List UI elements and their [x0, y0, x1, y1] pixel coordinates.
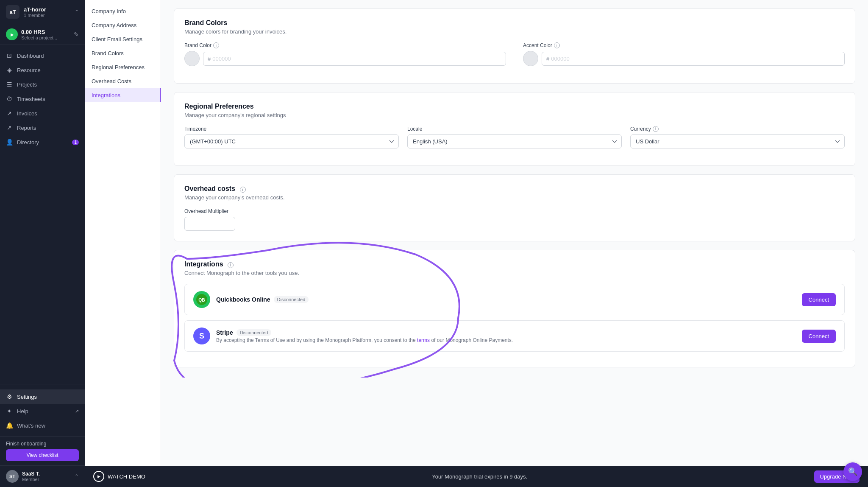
timer-project-label[interactable]: Select a project... [21, 35, 70, 40]
help-label: Help [17, 408, 28, 414]
app-logo[interactable]: aT aT-horor 1 member [6, 5, 46, 19]
currency-label: Currency i [630, 126, 845, 132]
svg-text:QB: QB [198, 298, 205, 302]
dashboard-icon: ⊡ [6, 52, 13, 59]
search-fab-icon: 🔍 [848, 467, 857, 476]
sub-nav-company-address[interactable]: Company Address [85, 18, 161, 32]
directory-badge: 1 [72, 140, 79, 145]
locale-field: Locale English (USA) English (UK) French [407, 126, 622, 148]
projects-icon: ☰ [6, 81, 13, 88]
brand-colors-desc: Manage colors for branding your invoices… [184, 28, 845, 35]
sidebar-item-whats-new[interactable]: 🔔 What's new [0, 418, 85, 433]
sidebar-item-settings[interactable]: ⚙ Settings [0, 389, 85, 404]
settings-label: Settings [17, 394, 37, 400]
hash-icon-accent: # [546, 56, 549, 62]
overhead-multiplier-input[interactable] [184, 217, 235, 231]
brand-color-label: Brand Color i [184, 42, 506, 48]
regional-preferences-section: Regional Preferences Manage your company… [174, 92, 855, 166]
sub-nav-company-info[interactable]: Company Info [85, 4, 161, 18]
finish-onboarding-label: Finish onboarding [6, 441, 79, 447]
settings-sub-nav: Company Info Company Address Client Emai… [85, 0, 161, 487]
sidebar-item-label: Timesheets [17, 96, 45, 102]
sidebar-item-reports[interactable]: ↗ Reports [0, 120, 85, 135]
timesheets-icon: ⏱ [6, 95, 13, 102]
sidebar-item-dashboard[interactable]: ⊡ Dashboard [0, 48, 85, 63]
notification-icon: 🔔 [6, 422, 13, 429]
app-name: aT-horor [24, 6, 46, 13]
accent-color-info-icon[interactable]: i [554, 42, 560, 48]
stripe-connect-button[interactable]: Connect [802, 330, 836, 343]
locale-select[interactable]: English (USA) English (UK) French [407, 134, 622, 148]
timer-info: 0.00 HRS Select a project... [21, 29, 70, 40]
overhead-info-icon[interactable]: i [240, 187, 246, 193]
sub-nav-integrations[interactable]: Integrations [85, 88, 161, 102]
stripe-desc: By accepting the Terms of Use and by usi… [216, 337, 796, 343]
integrations-info-icon[interactable]: i [228, 262, 234, 268]
regional-preferences-title: Regional Preferences [184, 103, 845, 110]
regional-form-row: Timezone (GMT+00:00) UTC ((GMT-05:00) ES… [184, 126, 845, 148]
currency-select[interactable]: US Dollar Euro British Pound [630, 134, 845, 148]
timezone-select[interactable]: (GMT+00:00) UTC ((GMT-05:00) EST (GMT-08… [184, 134, 399, 148]
brand-color-input[interactable]: # 000000 [203, 52, 506, 66]
sub-nav-client-email[interactable]: Client Email Settings [85, 32, 161, 46]
view-checklist-button[interactable]: View checklist [6, 449, 79, 461]
resource-icon: ◈ [6, 67, 13, 73]
sub-nav-brand-colors[interactable]: Brand Colors [85, 46, 161, 60]
timer-play-button[interactable] [6, 28, 18, 40]
stripe-terms-link[interactable]: terms [417, 337, 430, 343]
accent-color-field: Accent Color i # 000000 [523, 42, 845, 66]
sidebar-item-label: Directory [17, 139, 39, 146]
overhead-multiplier-label: Overhead Multiplier [184, 208, 845, 214]
brand-color-swatch[interactable] [184, 51, 200, 66]
quickbooks-info: Quickbooks Online Disconnected [216, 296, 796, 303]
accent-color-input-wrap: # 000000 [523, 51, 845, 66]
sidebar-item-invoices[interactable]: ↗ Invoices [0, 106, 85, 120]
watch-demo-play-icon: ▶ [93, 471, 104, 482]
bottom-bar: ▶ WATCH DEMO Your Monograph trial expire… [85, 466, 868, 487]
quickbooks-status: Disconnected [274, 296, 309, 303]
watch-demo-label: WATCH DEMO [108, 473, 145, 480]
currency-info-icon[interactable]: i [653, 126, 659, 132]
stripe-status: Disconnected [236, 329, 272, 336]
search-fab-button[interactable]: 🔍 [843, 462, 862, 481]
sidebar-item-directory[interactable]: 👤 Directory 1 [0, 135, 85, 149]
sidebar-item-resource[interactable]: ◈ Resource [0, 63, 85, 77]
overhead-costs-section: Overhead costs i Manage your company's o… [174, 174, 855, 241]
stripe-info: Stripe Disconnected By accepting the Ter… [216, 329, 796, 343]
brand-color-field: Brand Color i # 000000 [184, 42, 506, 66]
locale-label: Locale [407, 126, 622, 132]
onboarding-section: Finish onboarding View checklist [0, 436, 85, 465]
user-info: SaaS T. Member [22, 471, 40, 482]
accent-color-input[interactable]: # 000000 [542, 52, 845, 66]
invoices-icon: ↗ [6, 110, 13, 117]
accent-color-swatch[interactable] [523, 51, 538, 66]
avatar: ST [6, 470, 19, 483]
main-nav: ⊡ Dashboard ◈ Resource ☰ Projects ⏱ Time… [0, 45, 85, 382]
sub-nav-overhead-costs[interactable]: Overhead Costs [85, 74, 161, 88]
quickbooks-name: Quickbooks Online Disconnected [216, 296, 796, 303]
sidebar: aT aT-horor 1 member ⌃ 0.00 HRS Select a… [0, 0, 85, 487]
brand-color-info-icon[interactable]: i [213, 42, 219, 48]
quickbooks-logo: QB [193, 291, 210, 308]
sidebar-item-help[interactable]: ✦ Help ↗ [0, 404, 85, 418]
user-name: SaaS T. [22, 471, 40, 477]
timer-edit-icon[interactable]: ✎ [74, 31, 79, 38]
brand-colors-title: Brand Colors [184, 19, 845, 27]
sidebar-item-label: Projects [17, 81, 37, 88]
currency-field: Currency i US Dollar Euro British Pound [630, 126, 845, 148]
user-profile[interactable]: ST SaaS T. Member ⌃ [0, 465, 85, 487]
sidebar-item-projects[interactable]: ☰ Projects [0, 77, 85, 92]
sidebar-item-timesheets[interactable]: ⏱ Timesheets [0, 92, 85, 106]
sidebar-header: aT aT-horor 1 member ⌃ [0, 0, 85, 24]
whats-new-label: What's new [17, 423, 45, 429]
help-icon: ✦ [6, 408, 13, 414]
integrations-desc: Connect Monograph to the other tools you… [184, 270, 845, 276]
quickbooks-connect-button[interactable]: Connect [802, 293, 836, 306]
sub-nav-regional-preferences[interactable]: Regional Preferences [85, 60, 161, 74]
stripe-logo: S [193, 327, 210, 344]
sidebar-item-label: Resource [17, 67, 41, 73]
timer-hours: 0.00 HRS [21, 29, 70, 35]
app-switcher-chevron[interactable]: ⌃ [75, 9, 79, 15]
stripe-card: S Stripe Disconnected By accepting the T… [184, 320, 845, 352]
watch-demo-button[interactable]: ▶ WATCH DEMO [93, 471, 145, 482]
